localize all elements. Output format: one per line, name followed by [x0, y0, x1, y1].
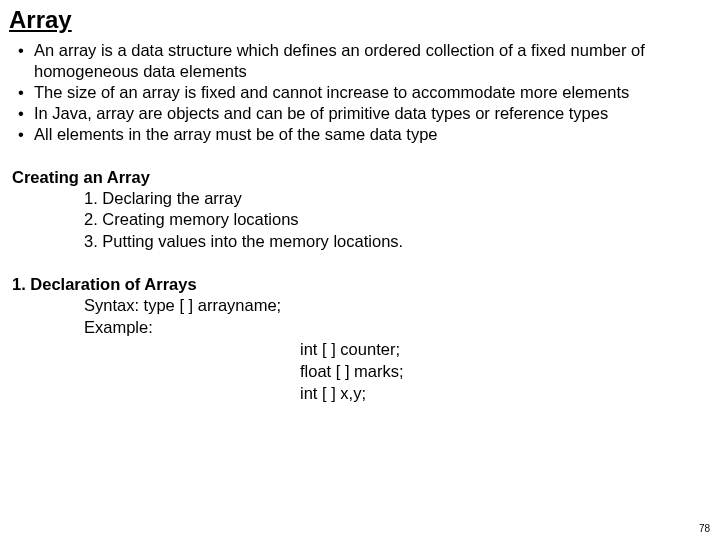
declaration-heading: 1. Declaration of Arrays — [12, 275, 708, 294]
list-item: float [ ] marks; — [300, 361, 708, 383]
creating-heading: Creating an Array — [12, 168, 708, 187]
creating-steps: 1. Declaring the array 2. Creating memor… — [84, 188, 708, 253]
bullet-list: An array is a data structure which defin… — [18, 40, 708, 146]
list-item: The size of an array is fixed and cannot… — [18, 82, 708, 103]
example-list: int [ ] counter; float [ ] marks; int [ … — [300, 339, 708, 404]
list-item: int [ ] x,y; — [300, 383, 708, 405]
page-title: Array — [9, 6, 708, 34]
list-item: All elements in the array must be of the… — [18, 124, 708, 145]
page-number: 78 — [699, 523, 710, 534]
list-item: 1. Declaring the array — [84, 188, 708, 210]
list-item: 2. Creating memory locations — [84, 209, 708, 231]
example-label: Example: — [84, 317, 708, 339]
list-item: int [ ] counter; — [300, 339, 708, 361]
syntax-block: Syntax: type [ ] arrayname; Example: — [84, 295, 708, 339]
syntax-line: Syntax: type [ ] arrayname; — [84, 295, 708, 317]
list-item: 3. Putting values into the memory locati… — [84, 231, 708, 253]
list-item: In Java, array are objects and can be of… — [18, 103, 708, 124]
list-item: An array is a data structure which defin… — [18, 40, 708, 82]
